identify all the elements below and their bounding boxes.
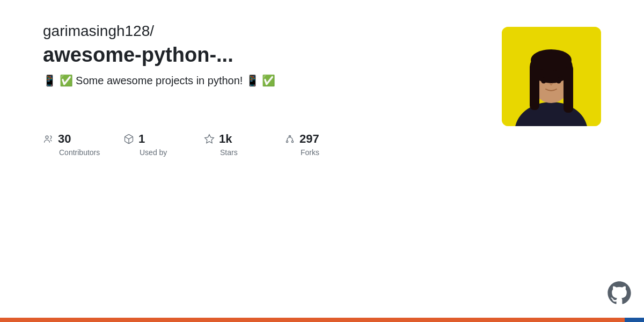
stat-contributors[interactable]: 30 Contributors	[43, 132, 123, 157]
repo-name[interactable]: awesome-python-...	[43, 43, 502, 68]
package-icon	[123, 134, 134, 144]
right-section	[502, 21, 601, 307]
stat-stars[interactable]: 1k Stars	[204, 132, 284, 157]
forks-count: 297	[299, 132, 319, 146]
stats-row: 30 Contributors 1	[43, 132, 502, 157]
content-area: garimasingh128/ awesome-python-... 📱 ✅ S…	[0, 0, 644, 318]
used-by-label: Used by	[123, 148, 167, 157]
avatar	[502, 27, 601, 126]
svg-point-0	[46, 136, 48, 138]
contributors-icon	[43, 134, 54, 144]
stars-label: Stars	[204, 148, 238, 157]
left-section: garimasingh128/ awesome-python-... 📱 ✅ S…	[43, 21, 502, 307]
svg-point-15	[541, 78, 546, 84]
svg-point-3	[286, 141, 288, 142]
svg-point-4	[291, 141, 293, 142]
fork-icon	[284, 134, 295, 144]
repo-title-block: garimasingh128/ awesome-python-... 📱 ✅ S…	[43, 21, 502, 87]
svg-point-16	[556, 78, 561, 84]
svg-rect-13	[564, 64, 573, 113]
svg-marker-2	[205, 135, 214, 143]
used-by-count: 1	[138, 132, 145, 146]
contributors-count: 30	[58, 132, 71, 146]
contributors-label: Contributors	[43, 148, 100, 157]
repo-path[interactable]: garimasingh128/	[43, 21, 502, 41]
main-container: garimasingh128/ awesome-python-... 📱 ✅ S…	[0, 0, 644, 322]
stars-count: 1k	[219, 132, 232, 146]
github-logo[interactable]	[605, 279, 633, 307]
svg-rect-12	[530, 64, 539, 110]
stat-forks[interactable]: 297 Forks	[284, 132, 365, 157]
svg-point-14	[531, 49, 572, 71]
bottom-bar	[0, 318, 644, 322]
stat-used-by[interactable]: 1 Used by	[123, 132, 204, 157]
repo-description: 📱 ✅ Some awesome projects in python! 📱 ✅	[43, 74, 502, 87]
star-icon	[204, 134, 215, 144]
forks-label: Forks	[284, 148, 319, 157]
